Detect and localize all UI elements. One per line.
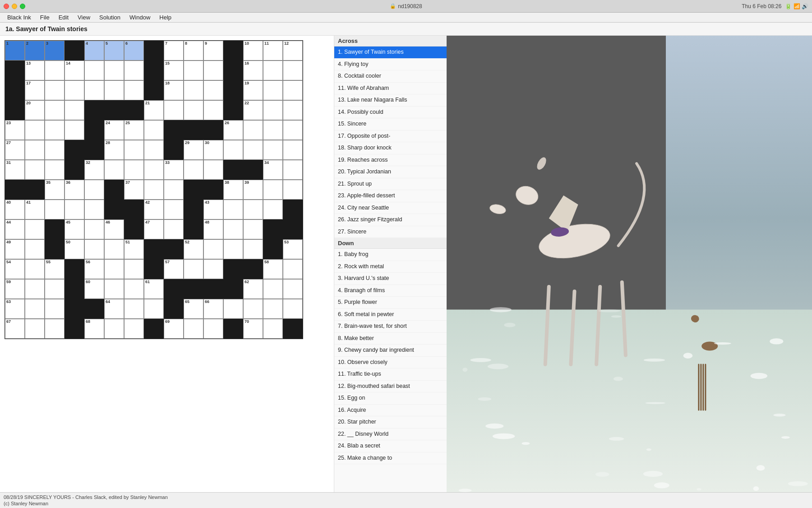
crossword-cell[interactable]: 53 [283,239,303,259]
down-clue-item[interactable]: 6. Soft metal in pewter [334,309,447,321]
close-button[interactable] [4,4,9,9]
crossword-cell[interactable]: 41 [25,200,45,219]
crossword-cell[interactable] [144,160,164,180]
down-clue-item[interactable]: 7. Brain-wave test, for short [334,321,447,333]
crossword-cell[interactable] [25,140,45,160]
crossword-cell[interactable]: 39 [243,180,263,200]
crossword-cell[interactable] [263,80,283,100]
crossword-cell[interactable] [124,299,144,319]
crossword-cell[interactable] [283,80,303,100]
crossword-cell[interactable] [223,80,243,100]
crossword-cell[interactable] [65,80,84,100]
crossword-cell[interactable] [243,239,263,259]
crossword-cell[interactable] [45,279,65,299]
crossword-cell[interactable] [25,120,45,140]
crossword-cell[interactable] [84,80,104,100]
down-clue-item[interactable]: 22. __ Disney World [334,429,447,441]
crossword-cell[interactable] [84,200,104,219]
crossword-cell[interactable]: 14 [65,61,84,80]
crossword-cell[interactable] [263,180,283,200]
crossword-cell[interactable]: 30 [203,140,223,160]
crossword-cell[interactable] [104,160,124,180]
crossword-cell[interactable] [164,100,184,120]
crossword-cell[interactable]: 57 [164,259,184,279]
down-clue-item[interactable]: 10. Observe closely [334,357,447,369]
crossword-cell[interactable]: 11 [263,41,283,61]
across-clue-item[interactable]: 24. City near Seattle [334,202,447,214]
crossword-cell[interactable] [263,100,283,120]
crossword-cell[interactable] [263,61,283,80]
crossword-cell[interactable]: 44 [5,219,25,239]
menu-file[interactable]: File [37,13,53,22]
crossword-cell[interactable] [84,120,104,140]
menu-help[interactable]: Help [156,13,175,22]
crossword-cell[interactable] [104,319,124,339]
crossword-cell[interactable]: 70 [243,319,263,339]
crossword-cell[interactable] [124,319,144,339]
crossword-cell[interactable] [223,259,243,279]
crossword-cell[interactable] [25,279,45,299]
crossword-cell[interactable] [263,140,283,160]
crossword-cell[interactable]: 15 [164,61,184,80]
crossword-cell[interactable]: 66 [203,299,223,319]
crossword-cell[interactable] [124,61,144,80]
crossword-cell[interactable] [283,219,303,239]
crossword-cell[interactable] [124,279,144,299]
crossword-cell[interactable]: 49 [5,239,25,259]
menu-edit[interactable]: Edit [55,13,72,22]
crossword-cell[interactable]: 23 [5,120,25,140]
crossword-cell[interactable] [184,160,203,180]
crossword-cell[interactable] [25,160,45,180]
crossword-cell[interactable] [283,259,303,279]
crossword-cell[interactable] [203,259,223,279]
crossword-cell[interactable] [45,120,65,140]
crossword-cell[interactable]: 5 [104,41,124,61]
crossword-cell[interactable]: 45 [65,219,84,239]
crossword-cell[interactable] [124,100,144,120]
across-clue-item[interactable]: 19. Reaches across [334,154,447,167]
crossword-cell[interactable]: 43 [203,200,223,219]
crossword-cell[interactable] [104,200,124,219]
crossword-cell[interactable] [283,140,303,160]
crossword-cell[interactable] [283,299,303,319]
crossword-cell[interactable] [164,140,184,160]
crossword-cell[interactable] [184,259,203,279]
down-clue-item[interactable]: 24. Blab a secret [334,440,447,452]
crossword-cell[interactable] [223,219,243,239]
crossword-cell[interactable] [283,200,303,219]
crossword-cell[interactable]: 51 [124,239,144,259]
crossword-cell[interactable] [263,319,283,339]
crossword-cell[interactable]: 28 [104,140,124,160]
crossword-cell[interactable] [203,100,223,120]
crossword-cell[interactable]: 27 [5,140,25,160]
crossword-cell[interactable] [65,200,84,219]
crossword-cell[interactable] [223,41,243,61]
crossword-cell[interactable] [164,279,184,299]
crossword-cell[interactable] [184,100,203,120]
crossword-cell[interactable]: 2 [25,41,45,61]
crossword-cell[interactable] [45,160,65,180]
crossword-cell[interactable] [65,279,84,299]
crossword-cell[interactable] [25,319,45,339]
crossword-cell[interactable] [283,279,303,299]
down-clue-item[interactable]: 12. Big-mouthed safari beast [334,381,447,393]
crossword-cell[interactable] [65,160,84,180]
across-clue-item[interactable]: 4. Flying toy [334,59,447,71]
crossword-cell[interactable]: 59 [5,279,25,299]
minimize-button[interactable] [12,4,17,9]
crossword-cell[interactable] [223,140,243,160]
crossword-cell[interactable] [45,100,65,120]
crossword-cell[interactable] [263,279,283,299]
crossword-cell[interactable]: 25 [124,120,144,140]
crossword-cell[interactable]: 3 [45,41,65,61]
crossword-cell[interactable] [184,80,203,100]
crossword-cell[interactable] [203,120,223,140]
crossword-cell[interactable] [203,61,223,80]
crossword-cell[interactable] [184,279,203,299]
crossword-cell[interactable] [263,219,283,239]
down-clue-item[interactable]: 8. Make better [334,333,447,345]
crossword-cell[interactable] [84,239,104,259]
across-clue-item[interactable]: 23. Apple-filled dessert [334,190,447,202]
crossword-cell[interactable]: 34 [263,160,283,180]
crossword-cell[interactable] [223,319,243,339]
